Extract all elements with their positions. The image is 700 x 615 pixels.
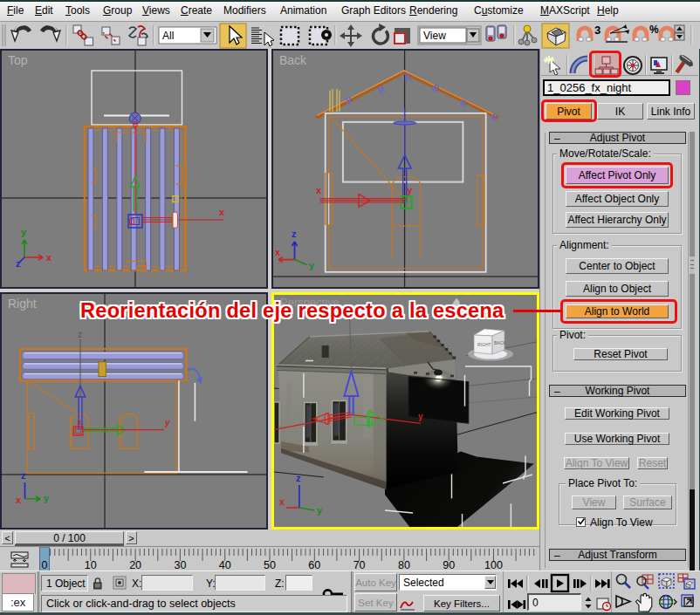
svg-text:z: z <box>292 229 297 239</box>
svg-text:x: x <box>316 185 322 195</box>
svg-text:x: x <box>279 496 285 507</box>
svg-text:y: y <box>164 418 170 427</box>
svg-text:%: % <box>649 24 659 36</box>
svg-text:y: y <box>418 412 423 421</box>
svg-text:y: y <box>317 505 323 516</box>
svg-text:80: 80 <box>398 559 410 571</box>
svg-text:y: y <box>408 186 413 195</box>
svg-text:BACK: BACK <box>494 340 506 345</box>
svg-text:y: y <box>44 493 50 503</box>
svg-text:100: 100 <box>484 559 503 571</box>
svg-text:z: z <box>16 258 21 269</box>
svg-text:20: 20 <box>129 559 141 571</box>
svg-text:40: 40 <box>219 559 231 571</box>
svg-text:x: x <box>16 495 22 505</box>
svg-text:10: 10 <box>85 559 97 571</box>
svg-text:70: 70 <box>353 559 366 571</box>
svg-text:3: 3 <box>594 24 600 37</box>
svg-text:30: 30 <box>174 559 186 571</box>
svg-text:RIGHT: RIGHT <box>477 342 491 347</box>
svg-text:50: 50 <box>264 559 276 571</box>
svg-text:z: z <box>21 470 26 481</box>
svg-text:R: R <box>375 83 387 96</box>
svg-text:y: y <box>309 260 315 270</box>
svg-text:All: All <box>162 30 174 42</box>
svg-text:x: x <box>275 247 281 257</box>
svg-text:z: z <box>296 473 301 483</box>
svg-text:60: 60 <box>308 559 320 571</box>
svg-text:y: y <box>21 227 27 237</box>
svg-text:View: View <box>423 30 446 42</box>
svg-text:x: x <box>78 418 82 427</box>
svg-text:x: x <box>219 207 225 217</box>
svg-text:x: x <box>46 252 52 263</box>
svg-text:90: 90 <box>443 559 455 571</box>
svg-text:R: R <box>404 72 412 82</box>
svg-text:z: z <box>78 330 82 339</box>
svg-text:0: 0 <box>42 559 48 571</box>
